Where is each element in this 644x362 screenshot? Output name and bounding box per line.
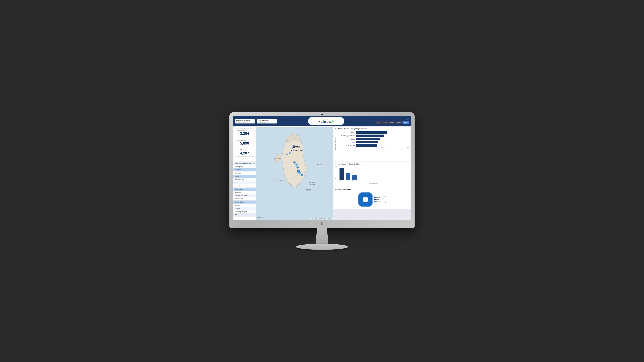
camera-dot [321, 114, 323, 115]
svg-point-21 [289, 152, 291, 154]
table-row: County Durham 144 20 78 [234, 200, 256, 204]
map-microsoft-bing: Microsoft Bing [257, 217, 263, 218]
year-2017-button[interactable]: 2017 [382, 121, 388, 124]
svg-point-3 [363, 197, 368, 202]
cell-accidents: 140 [252, 207, 256, 210]
gender-legend-male: Male [374, 199, 381, 200]
casualty-label-driver: Driver or rider [339, 180, 344, 183]
svg-point-15 [294, 161, 296, 163]
district-row-blank: (Blank) [337, 141, 409, 143]
table-row: Brighton and Hove 147 19 93 [234, 194, 256, 197]
cell-district: Glasgow City [234, 178, 252, 181]
casualty-label-passenger: Passenger [352, 180, 356, 183]
main-content: No. of Accidents 3,294 No. of Vehicles 5… [233, 126, 411, 220]
cell-accidents: 222 [252, 171, 256, 175]
year-filter: Year 2016 2017 2018 2019 2020 [375, 119, 409, 124]
cell-accidents: 154 [252, 191, 256, 194]
year-buttons-group: 2016 2017 2018 2019 2020 [375, 121, 409, 124]
cell-accidents: 157 [252, 187, 256, 191]
monitor-bezel: Accident Severity Multiple selections ▾ … [230, 112, 414, 228]
district-bar-east-riding [356, 135, 384, 137]
svg-point-17 [292, 147, 294, 149]
district-row-aberdeenshire: Aberdeenshire [337, 144, 409, 147]
districts-panel: Top 5 Districts with No Lighting Acciden… [334, 127, 410, 161]
district-bar-wiltshire [356, 138, 380, 140]
table-row: Bradford 140 16 67 [234, 204, 256, 207]
table-footer-row: Total 3,294 459 1,811 [234, 213, 256, 216]
cell-accidents: 187 [252, 181, 256, 184]
cell-district: Westminster [234, 187, 252, 191]
cell-district: County Durham [234, 200, 252, 204]
cell-district [234, 181, 252, 184]
vehicles-stat: No. of Vehicles 5,690 [235, 138, 254, 147]
year-2019-button[interactable]: 2019 [396, 121, 402, 124]
district-label-blank: (Blank) [337, 142, 355, 143]
accident-severity-dropdown[interactable]: Accident Severity Multiple selections ▾ [235, 119, 255, 123]
stats-panel: No. of Accidents 3,294 No. of Vehicles 5… [234, 127, 256, 161]
table-panel: Local Authority (District) No. of Accide… [234, 162, 256, 220]
col-header-accidents[interactable]: No. of Accidents [252, 162, 256, 165]
district-bar-blank [356, 141, 378, 143]
casualty-severity-value: Multiple selections ▾ [258, 121, 276, 123]
cell-district: Wandsworth [234, 197, 252, 200]
monitor-wrapper: Accident Severity Multiple selections ▾ … [230, 112, 414, 250]
monitor-stand-neck [314, 228, 330, 244]
svg-point-18 [286, 154, 288, 155]
cell-district: Sheffield [234, 168, 252, 171]
year-2018-button[interactable]: 2018 [389, 121, 396, 124]
cell-accidents: 136 [252, 210, 256, 213]
gender-legend-unknown: Unknown [374, 201, 381, 203]
casualty-class-title: % of Accidents by Casualty Class [335, 163, 409, 165]
accident-severity-filter[interactable]: Accident Severity Multiple selections ▾ [235, 119, 255, 123]
svg-point-14 [295, 163, 298, 166]
svg-point-19 [299, 172, 301, 174]
svg-point-16 [292, 145, 295, 147]
company-logo: kainos® [312, 120, 340, 124]
table-row: Sheffield 239 47 130 [234, 168, 256, 171]
svg-text:NETHER-: NETHER- [309, 181, 316, 183]
casualty-severity-label: Casualty Severity [258, 119, 276, 121]
casualties-value: 4,207 [237, 151, 252, 155]
district-bar-aberdeenshire [356, 144, 377, 147]
gender-pie-chart [358, 192, 372, 207]
col-header-district[interactable]: Local Authority (District) [234, 162, 252, 165]
table-row: Birmingham 317 38 181 [234, 165, 256, 168]
cell-district: Leeds [234, 175, 252, 178]
casualties-label: No. of Casualties [237, 149, 252, 151]
casualty-severity-dropdown[interactable]: Casualty Severity Multiple selections ▾ [257, 119, 277, 123]
accidents-label: No. of Accidents [237, 129, 252, 131]
table-row: Wandsworth 146 16 69 [234, 197, 256, 200]
cell-accidents: 191 [252, 178, 256, 181]
casualty-bar-driver [340, 168, 344, 180]
cell-accidents: 147 [252, 194, 256, 197]
cell-district: Cornwall [234, 171, 252, 175]
vehicles-label: No. of Vehicles [237, 139, 252, 141]
gender-annotations: 3% 9% [384, 196, 386, 203]
district-row-cornwall: Cornwall [337, 131, 409, 134]
dropdown-arrow-icon-2: ▾ [275, 121, 276, 123]
map-dot-birmingham [297, 170, 300, 173]
district-label-aberdeenshire: Aberdeenshire [337, 145, 355, 146]
dashboard: Accident Severity Multiple selections ▾ … [233, 116, 411, 220]
footer-label: Total [234, 213, 252, 216]
district-row-east-riding: East Riding of Yorkshire [337, 135, 409, 137]
cell-district: Croydon [234, 207, 252, 210]
casualty-x-axis: Casualty Class [338, 183, 409, 184]
presented-by-text: Presented By: [312, 118, 340, 120]
year-2020-button[interactable]: 2020 [402, 121, 409, 124]
svg-text:LANDS: LANDS [310, 183, 315, 185]
svg-text:Irish Sea: Irish Sea [276, 179, 282, 181]
vehicles-value: 5,690 [237, 141, 252, 146]
table-row: Cornwall 222 37 133 [234, 171, 256, 175]
cell-district: Bradford [234, 204, 252, 207]
dropdown-arrow-icon: ▾ [253, 121, 254, 123]
map-container: UNITED KINGDOM IRELAND North Sea NETHER-… [256, 127, 333, 220]
svg-text:BELGII: BELGII [306, 189, 311, 191]
year-label: Year [406, 119, 409, 120]
year-2016-button[interactable]: 2016 [375, 121, 382, 124]
casualty-severity-filter[interactable]: Casualty Severity Multiple selections ▾ [257, 119, 277, 123]
cell-accidents: 317 [252, 165, 256, 168]
districts-x-axis-label: %GT No. of Accidents [337, 148, 409, 150]
right-panels: % of Accidents by Casualty Class 50% 0% [334, 162, 410, 220]
cell-district: Brighton and Hove [234, 194, 252, 197]
